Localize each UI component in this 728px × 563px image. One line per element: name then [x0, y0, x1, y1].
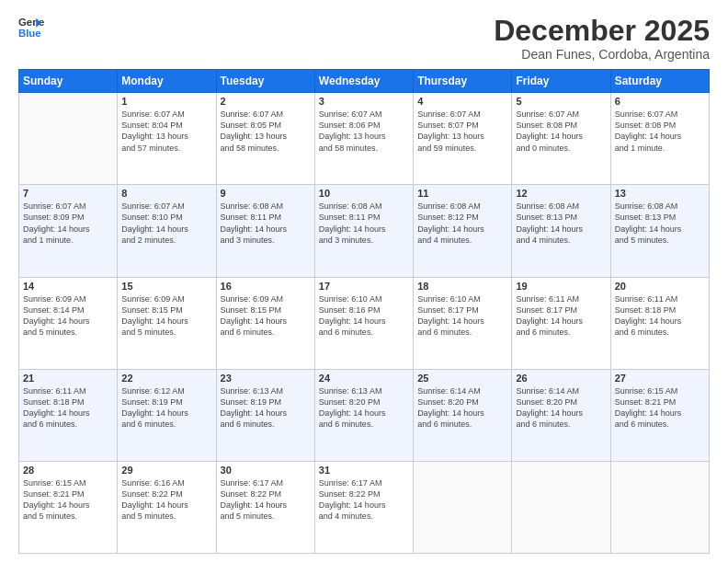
calendar-cell: 23Sunrise: 6:13 AMSunset: 8:19 PMDayligh…	[216, 369, 314, 461]
day-number: 5	[516, 96, 606, 107]
calendar-cell: 16Sunrise: 6:09 AMSunset: 8:15 PMDayligh…	[216, 277, 314, 369]
day-number: 9	[221, 188, 311, 199]
cell-info: Sunrise: 6:14 AMSunset: 8:20 PMDaylight:…	[516, 385, 606, 431]
day-number: 29	[121, 465, 211, 476]
calendar-cell: 2Sunrise: 6:07 AMSunset: 8:05 PMDaylight…	[216, 93, 314, 185]
title-block: December 2025 Dean Funes, Cordoba, Argen…	[494, 15, 710, 62]
day-number: 16	[221, 281, 311, 292]
cell-info: Sunrise: 6:10 AMSunset: 8:16 PMDaylight:…	[319, 293, 409, 339]
cell-info: Sunrise: 6:07 AMSunset: 8:08 PMDaylight:…	[516, 109, 606, 154]
calendar-cell: 10Sunrise: 6:08 AMSunset: 8:11 PMDayligh…	[314, 185, 413, 277]
calendar-cell: 8Sunrise: 6:07 AMSunset: 8:10 PMDaylight…	[118, 185, 216, 277]
cell-info: Sunrise: 6:11 AMSunset: 8:17 PMDaylight:…	[516, 293, 606, 339]
calendar-header-wednesday: Wednesday	[314, 70, 413, 93]
cell-info: Sunrise: 6:11 AMSunset: 8:18 PMDaylight:…	[23, 385, 113, 431]
calendar-cell: 27Sunrise: 6:15 AMSunset: 8:21 PMDayligh…	[610, 369, 709, 461]
day-number: 17	[319, 281, 409, 292]
cell-info: Sunrise: 6:13 AMSunset: 8:20 PMDaylight:…	[319, 385, 409, 431]
cell-info: Sunrise: 6:13 AMSunset: 8:19 PMDaylight:…	[221, 385, 311, 431]
subtitle: Dean Funes, Cordoba, Argentina	[494, 47, 710, 62]
day-number: 15	[121, 281, 211, 292]
cell-info: Sunrise: 6:07 AMSunset: 8:06 PMDaylight:…	[319, 109, 409, 154]
day-number: 7	[23, 188, 113, 199]
calendar-cell: 17Sunrise: 6:10 AMSunset: 8:16 PMDayligh…	[314, 277, 413, 369]
header: General Blue December 2025 Dean Funes, C…	[18, 15, 710, 62]
cell-info: Sunrise: 6:15 AMSunset: 8:21 PMDaylight:…	[23, 477, 113, 523]
cell-info: Sunrise: 6:08 AMSunset: 8:13 PMDaylight:…	[615, 201, 705, 246]
day-number: 11	[417, 188, 507, 199]
calendar-cell: 13Sunrise: 6:08 AMSunset: 8:13 PMDayligh…	[610, 185, 709, 277]
cell-info: Sunrise: 6:09 AMSunset: 8:14 PMDaylight:…	[23, 293, 113, 339]
calendar-body: 1Sunrise: 6:07 AMSunset: 8:04 PMDaylight…	[19, 93, 710, 554]
calendar-week-2: 7Sunrise: 6:07 AMSunset: 8:09 PMDaylight…	[19, 185, 710, 277]
cell-info: Sunrise: 6:08 AMSunset: 8:11 PMDaylight:…	[319, 201, 409, 246]
calendar-header-thursday: Thursday	[414, 70, 512, 93]
day-number: 30	[221, 465, 311, 476]
day-number: 10	[319, 188, 409, 199]
cell-info: Sunrise: 6:15 AMSunset: 8:21 PMDaylight:…	[615, 385, 705, 431]
cell-info: Sunrise: 6:10 AMSunset: 8:17 PMDaylight:…	[417, 293, 507, 339]
calendar-cell: 26Sunrise: 6:14 AMSunset: 8:20 PMDayligh…	[512, 369, 610, 461]
calendar-cell	[610, 461, 709, 553]
calendar-cell	[512, 461, 610, 553]
calendar-week-3: 14Sunrise: 6:09 AMSunset: 8:14 PMDayligh…	[19, 277, 710, 369]
day-number: 8	[121, 188, 211, 199]
calendar-cell: 11Sunrise: 6:08 AMSunset: 8:12 PMDayligh…	[414, 185, 512, 277]
calendar-cell: 5Sunrise: 6:07 AMSunset: 8:08 PMDaylight…	[512, 93, 610, 185]
calendar-cell: 4Sunrise: 6:07 AMSunset: 8:07 PMDaylight…	[414, 93, 512, 185]
logo: General Blue	[18, 15, 44, 40]
calendar-cell	[414, 461, 512, 553]
calendar-cell: 3Sunrise: 6:07 AMSunset: 8:06 PMDaylight…	[314, 93, 413, 185]
calendar-week-5: 28Sunrise: 6:15 AMSunset: 8:21 PMDayligh…	[19, 461, 710, 553]
day-number: 27	[615, 373, 705, 384]
day-number: 19	[516, 281, 606, 292]
calendar-cell: 25Sunrise: 6:14 AMSunset: 8:20 PMDayligh…	[414, 369, 512, 461]
calendar-cell: 18Sunrise: 6:10 AMSunset: 8:17 PMDayligh…	[414, 277, 512, 369]
calendar-cell: 20Sunrise: 6:11 AMSunset: 8:18 PMDayligh…	[610, 277, 709, 369]
day-number: 31	[319, 465, 409, 476]
calendar-cell: 1Sunrise: 6:07 AMSunset: 8:04 PMDaylight…	[118, 93, 216, 185]
cell-info: Sunrise: 6:16 AMSunset: 8:22 PMDaylight:…	[121, 477, 211, 523]
cell-info: Sunrise: 6:07 AMSunset: 8:09 PMDaylight:…	[23, 201, 113, 246]
calendar-week-1: 1Sunrise: 6:07 AMSunset: 8:04 PMDaylight…	[19, 93, 710, 185]
day-number: 3	[319, 96, 409, 107]
cell-info: Sunrise: 6:17 AMSunset: 8:22 PMDaylight:…	[221, 477, 311, 523]
day-number: 2	[221, 96, 311, 107]
calendar-cell: 9Sunrise: 6:08 AMSunset: 8:11 PMDaylight…	[216, 185, 314, 277]
cell-info: Sunrise: 6:07 AMSunset: 8:04 PMDaylight:…	[121, 109, 211, 154]
calendar-cell: 7Sunrise: 6:07 AMSunset: 8:09 PMDaylight…	[19, 185, 118, 277]
page: General Blue December 2025 Dean Funes, C…	[0, 0, 728, 563]
calendar-cell: 19Sunrise: 6:11 AMSunset: 8:17 PMDayligh…	[512, 277, 610, 369]
calendar-cell: 6Sunrise: 6:07 AMSunset: 8:08 PMDaylight…	[610, 93, 709, 185]
main-title: December 2025	[494, 15, 710, 47]
calendar-header-row: SundayMondayTuesdayWednesdayThursdayFrid…	[19, 70, 710, 93]
day-number: 6	[615, 96, 705, 107]
calendar-cell: 21Sunrise: 6:11 AMSunset: 8:18 PMDayligh…	[19, 369, 118, 461]
day-number: 13	[615, 188, 705, 199]
cell-info: Sunrise: 6:07 AMSunset: 8:05 PMDaylight:…	[221, 109, 311, 154]
calendar-cell: 31Sunrise: 6:17 AMSunset: 8:22 PMDayligh…	[314, 461, 413, 553]
calendar-cell: 22Sunrise: 6:12 AMSunset: 8:19 PMDayligh…	[118, 369, 216, 461]
calendar-cell: 14Sunrise: 6:09 AMSunset: 8:14 PMDayligh…	[19, 277, 118, 369]
calendar-week-4: 21Sunrise: 6:11 AMSunset: 8:18 PMDayligh…	[19, 369, 710, 461]
day-number: 28	[23, 465, 113, 476]
day-number: 24	[319, 373, 409, 384]
calendar-header-friday: Friday	[512, 70, 610, 93]
cell-info: Sunrise: 6:17 AMSunset: 8:22 PMDaylight:…	[319, 477, 409, 523]
cell-info: Sunrise: 6:07 AMSunset: 8:10 PMDaylight:…	[121, 201, 211, 246]
day-number: 22	[121, 373, 211, 384]
cell-info: Sunrise: 6:08 AMSunset: 8:12 PMDaylight:…	[417, 201, 507, 246]
calendar-cell: 30Sunrise: 6:17 AMSunset: 8:22 PMDayligh…	[216, 461, 314, 553]
day-number: 18	[417, 281, 507, 292]
cell-info: Sunrise: 6:08 AMSunset: 8:11 PMDaylight:…	[221, 201, 311, 246]
day-number: 12	[516, 188, 606, 199]
calendar-header-monday: Monday	[118, 70, 216, 93]
day-number: 20	[615, 281, 705, 292]
calendar-cell: 29Sunrise: 6:16 AMSunset: 8:22 PMDayligh…	[118, 461, 216, 553]
cell-info: Sunrise: 6:07 AMSunset: 8:07 PMDaylight:…	[417, 109, 507, 154]
calendar-cell: 15Sunrise: 6:09 AMSunset: 8:15 PMDayligh…	[118, 277, 216, 369]
cell-info: Sunrise: 6:07 AMSunset: 8:08 PMDaylight:…	[615, 109, 705, 154]
cell-info: Sunrise: 6:09 AMSunset: 8:15 PMDaylight:…	[221, 293, 311, 339]
day-number: 21	[23, 373, 113, 384]
day-number: 1	[121, 96, 211, 107]
